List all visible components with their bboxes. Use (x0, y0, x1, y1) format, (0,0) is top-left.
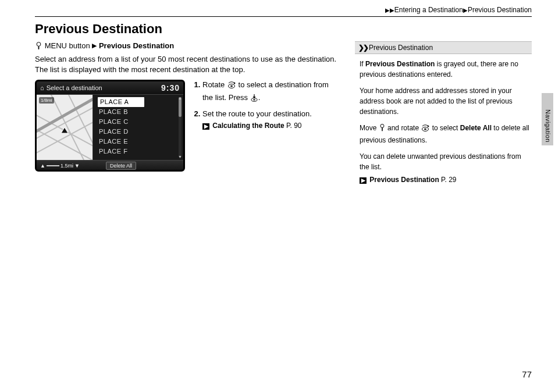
device-clock: 9:30 (161, 83, 180, 92)
device-scale: ▲1.5mi▼ (40, 163, 80, 169)
svg-point-11 (380, 124, 384, 128)
press-dial-icon (250, 94, 258, 105)
svg-point-6 (230, 85, 233, 87)
list-item: PLACE C (99, 117, 179, 127)
breadcrumb-l2: Previous Destination (468, 6, 532, 14)
list-item: PLACE B (99, 107, 179, 117)
breadcrumb: ▶▶Entering a Destination▶Previous Destin… (35, 6, 532, 14)
double-chevron-icon: ❯❯ (358, 44, 368, 52)
move-joystick-icon (379, 124, 386, 135)
svg-rect-1 (38, 47, 40, 50)
menu-item-label: Previous Destination (99, 41, 174, 50)
divider (35, 16, 532, 17)
svg-point-15 (424, 129, 426, 130)
list-item: PLACE D (99, 127, 179, 137)
info-note: If Previous Destination is grayed out, t… (355, 59, 532, 80)
menu-button-label: MENU button (45, 41, 90, 50)
intro-text: Select an address from a list of your 50… (35, 54, 337, 75)
breadcrumb-l1: Entering a Destination (394, 6, 463, 14)
list-item: PLACE E (99, 137, 179, 147)
cross-reference: ▶ Calculating the Route P. 90 (202, 121, 337, 131)
scrollbar: ▲▼ (179, 97, 182, 158)
page-number: 77 (522, 369, 532, 379)
delete-all-button: Delete All (106, 162, 136, 170)
svg-marker-13 (428, 125, 429, 127)
list-item: PLACE A (98, 97, 144, 107)
info-note: Your home address and addresses stored i… (355, 85, 532, 117)
info-note: Move and rotate to select Delete All to … (355, 123, 532, 145)
svg-point-10 (253, 99, 255, 101)
svg-marker-4 (234, 82, 236, 84)
menu-path: MENU button ▶ Previous Destination (35, 41, 337, 52)
steps-list: Rotate to select a destination from the … (193, 80, 337, 134)
main-column: MENU button ▶ Previous Destination Selec… (35, 41, 337, 191)
rotate-dial-icon (227, 81, 236, 92)
device-list: PLACE A PLACE B PLACE C PLACE D PLACE E … (93, 95, 183, 160)
home-icon: ⌂ (40, 84, 44, 91)
play-icon: ▶ (385, 7, 390, 13)
play-icon: ▶ (92, 42, 97, 49)
reference-icon: ▶ (360, 177, 367, 184)
play-icon: ▶ (463, 7, 468, 13)
device-header: Select a destination (47, 84, 102, 91)
step-2: Set the route to your destination. ▶ Cal… (202, 109, 337, 131)
info-header: ❯❯Previous Destination (355, 41, 532, 54)
step-1: Rotate to select a destination from the … (202, 80, 337, 105)
info-column: ❯❯Previous Destination If Previous Desti… (355, 41, 532, 191)
map-scale-tag: 1/8mi (39, 97, 54, 104)
section-tab-label: Navigation (545, 109, 552, 142)
info-note: You can delete unwanted previous destina… (355, 151, 532, 185)
device-map: 1/8mi (37, 95, 93, 160)
play-icon: ▶ (390, 7, 394, 13)
rotate-dial-icon (421, 124, 430, 135)
page-title: Previous Destination (35, 22, 532, 37)
svg-rect-12 (382, 128, 383, 131)
menu-button-icon (35, 42, 42, 52)
cross-reference: ▶ Previous Destination P. 29 (360, 174, 531, 185)
list-item: PLACE F (99, 147, 179, 156)
svg-point-0 (37, 42, 41, 47)
reference-icon: ▶ (202, 123, 209, 130)
device-screenshot: ⌂Select a destination 9:30 (35, 80, 185, 172)
